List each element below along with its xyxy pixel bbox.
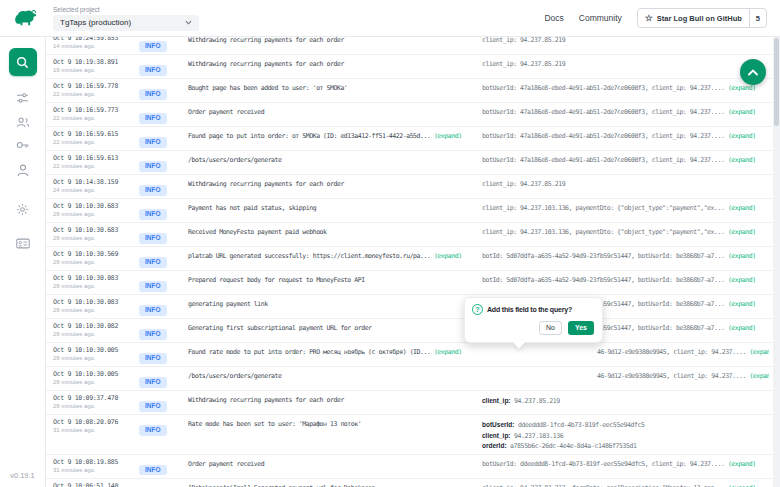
sidebar-item-members[interactable]: [16, 116, 30, 128]
log-row[interactable]: Oct 9 10:10:30.569 29 minutes ago INFO p…: [46, 247, 773, 271]
docs-link[interactable]: Docs: [544, 13, 563, 23]
log-row[interactable]: Oct 9 10:10:30.683 29 minutes ago INFO P…: [46, 199, 773, 223]
log-fields[interactable]: botUserId: 47a186e8-ebed-4e91-ab51-2de7c…: [482, 82, 769, 93]
log-message[interactable]: Found rate mode to put into order: PRO м…: [188, 346, 482, 357]
field-key-value[interactable]: client_ip: 94.237.85.219: [482, 396, 769, 407]
community-link[interactable]: Community: [579, 13, 622, 23]
log-row[interactable]: Oct 9 10:06:51.140 32 minutes ago INFO […: [46, 479, 773, 487]
log-fields[interactable]: 46-9d12-e9e9380e9945, client_ip: 94.237.…: [482, 370, 769, 381]
fields-expand-link[interactable]: (expand): [724, 300, 755, 308]
star-on-github-button[interactable]: ☆ Star Log Bull on GitHub 5: [637, 8, 767, 28]
log-fields[interactable]: client_ip: 94.237.85.219: [482, 58, 769, 69]
log-message[interactable]: Order payment received: [188, 106, 482, 117]
log-fields[interactable]: botUserId: ddeeddd8-1fcd-4b73-819f-eec55…: [482, 458, 769, 469]
popup-yes-button[interactable]: Yes: [568, 321, 594, 335]
fields-expand-link[interactable]: (expand): [724, 156, 755, 164]
log-row[interactable]: Oct 9 10:16:59.615 22 minutes ago INFO F…: [46, 127, 773, 151]
log-row[interactable]: Oct 9 10:09:37.470 29 minutes ago INFO W…: [46, 391, 773, 415]
fields-expand-link[interactable]: (expand): [724, 84, 755, 92]
field-key[interactable]: client_ip:: [482, 432, 511, 439]
log-row[interactable]: Oct 9 10:16:59.778 22 minutes ago INFO B…: [46, 79, 773, 103]
field-key-value[interactable]: botUserId: ddeeddd8-1fcd-4b73-819f-eec55…: [482, 420, 769, 431]
log-message[interactable]: Generating first subscriptional payment …: [188, 322, 482, 333]
log-row[interactable]: Oct 9 10:10:30.082 29 minutes ago INFO G…: [46, 319, 773, 343]
log-message[interactable]: /bots/users/orders/generate: [188, 370, 482, 381]
sidebar-item-account-card[interactable]: [16, 238, 30, 249]
fields-expand-link[interactable]: (expand): [746, 348, 769, 356]
log-row[interactable]: Oct 9 10:16:59.613 22 minutes ago INFO /…: [46, 151, 773, 175]
fields-expand-link[interactable]: (expand): [724, 204, 755, 212]
log-message[interactable]: Received MoneyFesto payment paid webhook: [188, 226, 482, 237]
fields-expand-link[interactable]: (expand): [724, 252, 755, 260]
log-fields[interactable]: client_ip: 94.237.85.219: [482, 178, 769, 189]
message-expand-link[interactable]: (expand): [430, 132, 461, 140]
field-key[interactable]: client_ip:: [482, 397, 511, 404]
field-key-value[interactable]: orderId: a7855b6c-26dc-4e4e-8d4a-c1486f7…: [482, 441, 769, 452]
popup-no-button[interactable]: No: [539, 321, 562, 335]
log-row[interactable]: Oct 9 10:08:19.885 31 minutes ago INFO O…: [46, 455, 773, 479]
log-row[interactable]: Oct 9 10:10:30.005 29 minutes ago INFO /…: [46, 367, 773, 391]
log-row[interactable]: Oct 9 10:08:20.076 31 minutes ago INFO R…: [46, 415, 773, 455]
fields-expand-link[interactable]: (expand): [724, 324, 755, 332]
sidebar-item-filters[interactable]: [16, 92, 29, 104]
log-row[interactable]: Oct 9 10:10:30.005 29 minutes ago INFO F…: [46, 343, 773, 367]
log-fields[interactable]: botUserId: 47a186e8-ebed-4e91-ab51-2de7c…: [482, 130, 769, 141]
scroll-to-top-button[interactable]: [740, 59, 766, 85]
sidebar-item-settings[interactable]: [16, 203, 29, 216]
log-row[interactable]: Oct 9 10:16:59.773 22 minutes ago INFO O…: [46, 103, 773, 127]
log-row[interactable]: Oct 9 10:14:38.159 24 minutes ago INFO W…: [46, 175, 773, 199]
log-message[interactable]: Bought page has been added to user: 'от …: [188, 82, 482, 93]
fields-expand-link[interactable]: (expand): [724, 276, 755, 284]
log-message[interactable]: /bots/users/orders/generate: [188, 154, 482, 165]
log-message[interactable]: Withdrawing recurring payments for each …: [188, 36, 482, 45]
app-version: v0.19.1: [10, 471, 35, 480]
fields-expand-link[interactable]: (expand): [724, 132, 755, 140]
field-key[interactable]: orderId:: [482, 442, 507, 449]
fields-expand-link[interactable]: (expand): [724, 460, 755, 468]
log-fields[interactable]: 46-9d12-e9e9380e9945, client_ip: 94.237.…: [482, 346, 769, 357]
log-fields[interactable]: botUserId: ddeeddd8-1fcd-4b73-819f-eec55…: [482, 418, 769, 452]
log-level-badge: INFO: [139, 65, 167, 76]
sidebar-item-api-keys[interactable]: [16, 140, 29, 150]
fields-expand-link[interactable]: (expand): [724, 228, 755, 236]
log-fields[interactable]: client_ip: 94.237.103.136, paymentDto: {…: [482, 202, 769, 213]
log-fields[interactable]: botId: 5d07ddfa-a635-4a52-94d9-23fb59c51…: [482, 250, 769, 261]
log-row[interactable]: Oct 9 10:10:30.083 29 minutes ago INFO P…: [46, 271, 773, 295]
log-fields[interactable]: client_ip: 94.237.85.219: [482, 36, 769, 45]
log-fields[interactable]: client_ip: 94.237.85.219: [482, 394, 769, 407]
sidebar-item-search[interactable]: [9, 48, 37, 76]
fields-expand-link[interactable]: (expand): [724, 484, 755, 487]
log-message[interactable]: Found page to put into order: от SMOKa (…: [188, 130, 482, 141]
log-fields[interactable]: client_ip: 94.237.103.136, paymentDto: {…: [482, 226, 769, 237]
log-message[interactable]: Withdrawing recurring payments for each …: [188, 178, 482, 189]
fields-expand-link[interactable]: (expand): [724, 108, 755, 116]
log-row[interactable]: Oct 9 10:10:30.683 29 minutes ago INFO R…: [46, 223, 773, 247]
scrollbar-thumb[interactable]: [774, 38, 779, 126]
log-message[interactable]: Prepared request body for request to Mon…: [188, 274, 482, 285]
log-row[interactable]: Oct 9 10:19:38.891 19 minutes ago INFO W…: [46, 55, 773, 79]
log-row[interactable]: Oct 9 10:10:30.083 29 minutes ago INFO g…: [46, 295, 773, 319]
log-timestamp: Oct 9 10:16:59.778: [53, 82, 139, 90]
message-expand-link[interactable]: (expand): [430, 348, 461, 356]
message-expand-link[interactable]: (expand): [430, 252, 461, 260]
sidebar-item-profile[interactable]: [17, 164, 29, 177]
log-message[interactable]: generating payment link: [188, 298, 482, 309]
star-icon: ☆: [645, 14, 653, 23]
log-message[interactable]: platcab URL generated successfully: http…: [188, 250, 482, 261]
field-key[interactable]: botUserId:: [482, 421, 515, 428]
project-selector[interactable]: TgTaps (production): [53, 15, 199, 31]
log-fields[interactable]: botId: 5d07ddfa-a635-4a52-94d9-23fb59c51…: [482, 274, 769, 285]
log-message[interactable]: Withdrawing recurring payments for each …: [188, 394, 482, 405]
field-key-value[interactable]: client_ip: 94.237.103.136: [482, 431, 769, 442]
log-fields[interactable]: botUserId: 47a186e8-ebed-4e91-ab51-2de7c…: [482, 106, 769, 117]
fields-expand-link[interactable]: (expand): [746, 372, 769, 380]
log-message[interactable]: Rate mode has been set to user: 'Марафон…: [188, 418, 482, 429]
log-message[interactable]: Payment has not paid status, skipping: [188, 202, 482, 213]
log-message[interactable]: Withdrawing recurring payments for each …: [188, 58, 482, 69]
log-row[interactable]: Oct 9 10:24:59.853 14 minutes ago INFO W…: [46, 36, 773, 55]
log-fields[interactable]: client_ip: 94.237.83.212, formData: map[…: [482, 482, 769, 487]
log-message[interactable]: [RobokassaApiImpl] Generated payment url…: [188, 482, 482, 487]
log-fields[interactable]: botUserId: 47a186e8-ebed-4e91-ab51-2de7c…: [482, 154, 769, 165]
vertical-scrollbar[interactable]: [773, 36, 780, 487]
log-message[interactable]: Order payment received: [188, 458, 482, 469]
